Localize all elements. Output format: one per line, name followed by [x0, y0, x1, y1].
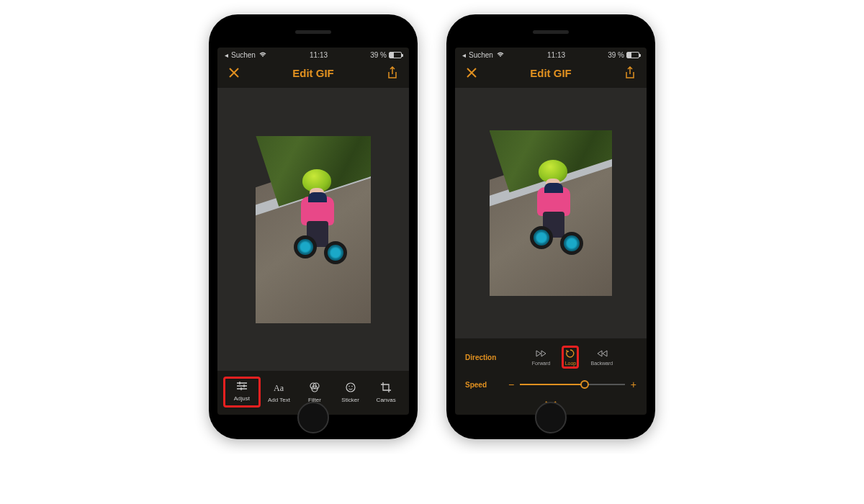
- back-caret-icon: ◂: [462, 51, 466, 59]
- statusbar-time: 11:13: [547, 51, 565, 59]
- statusbar-back-label: Suchen: [469, 51, 493, 59]
- adjust-label: Adjust: [234, 395, 250, 402]
- statusbar-back-label: Suchen: [231, 51, 256, 59]
- canvas-label: Canvas: [377, 397, 396, 403]
- screen: ◂ Suchen 11:13 39 % Edit GIF: [217, 48, 409, 415]
- adjust-panel: Direction Forward Loop: [455, 338, 647, 395]
- svg-point-5: [348, 386, 350, 387]
- svg-point-6: [351, 386, 353, 387]
- home-button[interactable]: [535, 402, 567, 433]
- sticker-icon: [344, 381, 357, 394]
- filter-icon: [308, 381, 321, 394]
- speed-minus[interactable]: −: [508, 379, 514, 390]
- svg-text:Aa: Aa: [274, 383, 284, 393]
- header: Edit GIF: [455, 60, 647, 88]
- slider-thumb[interactable]: [580, 380, 589, 389]
- speed-slider[interactable]: [520, 384, 625, 385]
- page-title: Edit GIF: [530, 67, 572, 79]
- forward-icon: [536, 348, 547, 359]
- svg-point-4: [346, 383, 355, 392]
- screen: ◂ Suchen 11:13 39 % Edit GIF: [455, 48, 647, 415]
- preview-area: [217, 88, 409, 371]
- header: Edit GIF: [217, 60, 409, 88]
- forward-button[interactable]: Forward: [526, 346, 557, 369]
- loop-label: Loop: [565, 361, 577, 366]
- forward-label: Forward: [532, 361, 551, 366]
- gif-preview[interactable]: [490, 130, 612, 296]
- sticker-button[interactable]: Sticker: [333, 377, 368, 408]
- phone-mockup-right: ◂ Suchen 11:13 39 % Edit GIF: [446, 14, 655, 439]
- adjust-icon: [235, 379, 248, 392]
- backward-button[interactable]: Backward: [585, 346, 618, 369]
- back-caret-icon: ◂: [225, 51, 228, 59]
- gif-preview[interactable]: [256, 136, 371, 323]
- loop-icon: [564, 348, 576, 359]
- close-button[interactable]: [464, 65, 480, 81]
- sticker-label: Sticker: [341, 397, 359, 403]
- statusbar-battery: 39 %: [370, 51, 387, 59]
- wifi-icon: [496, 51, 505, 59]
- canvas-icon: [379, 381, 392, 394]
- direction-row: Direction Forward Loop: [465, 346, 636, 369]
- backward-label: Backward: [590, 361, 613, 366]
- status-bar: ◂ Suchen 11:13 39 %: [455, 48, 647, 60]
- speed-label: Speed: [465, 381, 501, 389]
- loop-button[interactable]: Loop: [562, 346, 579, 369]
- direction-label: Direction: [465, 354, 501, 361]
- text-icon: Aa: [272, 381, 285, 394]
- speed-plus[interactable]: +: [631, 379, 636, 390]
- wifi-icon: [258, 51, 267, 59]
- adjust-button[interactable]: Adjust: [223, 377, 261, 408]
- battery-icon: [626, 52, 639, 58]
- canvas-button[interactable]: Canvas: [369, 377, 403, 408]
- home-button[interactable]: [297, 402, 329, 433]
- add-text-label: Add Text: [268, 397, 290, 403]
- preview-area: [455, 88, 647, 338]
- speed-row: Speed − +: [465, 379, 636, 390]
- phone-mockup-left: ◂ Suchen 11:13 39 % Edit GIF: [209, 14, 418, 439]
- share-button[interactable]: [622, 65, 638, 81]
- close-button[interactable]: [226, 65, 242, 81]
- statusbar-battery: 39 %: [608, 51, 624, 59]
- backward-icon: [596, 348, 608, 359]
- share-button[interactable]: [384, 65, 400, 81]
- battery-icon: [389, 52, 402, 58]
- status-bar: ◂ Suchen 11:13 39 %: [217, 48, 409, 60]
- statusbar-time: 11:13: [310, 51, 328, 59]
- add-text-button[interactable]: Aa Add Text: [262, 377, 297, 408]
- page-title: Edit GIF: [292, 67, 334, 79]
